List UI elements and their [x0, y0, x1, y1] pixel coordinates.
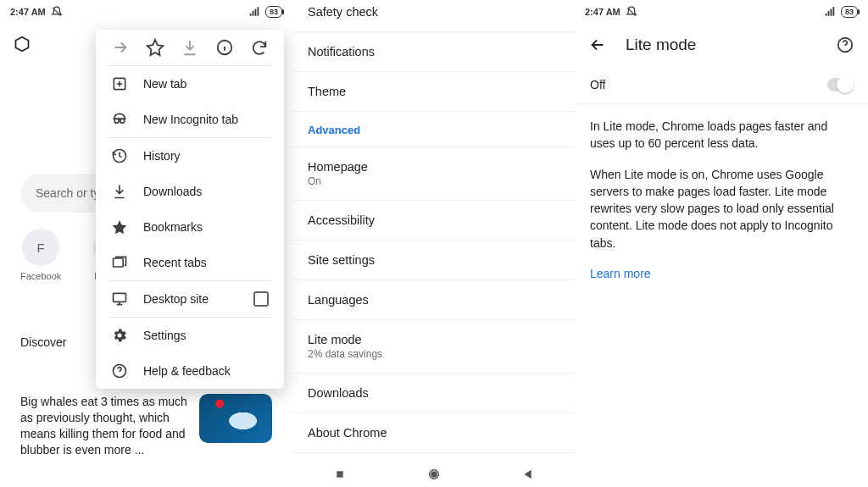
signal-icon	[824, 6, 836, 18]
learn-more-link[interactable]: Learn more	[590, 267, 651, 280]
battery-icon: 83	[265, 6, 282, 18]
history-icon	[111, 147, 128, 164]
article-thumbnail	[199, 394, 272, 443]
nav-recent-icon[interactable]	[332, 467, 348, 482]
lite-mode-header: Lite mode	[575, 24, 868, 66]
lite-mode-description: In Lite mode, Chrome loads pages faster …	[575, 104, 868, 296]
lite-mode-toggle-row[interactable]: Off	[575, 66, 868, 104]
forward-icon	[111, 38, 130, 57]
incognito-icon	[111, 111, 128, 128]
lite-mode-pane: 2:47 AM 83 Lite mode Off In Lite mode, C…	[575, 0, 868, 487]
menu-label: Desktop site	[143, 292, 238, 306]
shortcut-facebook[interactable]: F Facebook	[20, 229, 61, 281]
dnd-icon	[51, 6, 63, 18]
desktop-site-checkbox[interactable]	[253, 291, 269, 307]
menu-downloads[interactable]: Downloads	[96, 174, 284, 209]
download-underline-icon	[111, 183, 128, 200]
menu-label: Settings	[143, 329, 186, 342]
menu-label: Recent tabs	[143, 256, 207, 269]
plus-square-icon	[111, 75, 128, 92]
desktop-icon	[111, 291, 128, 307]
svg-point-7	[431, 472, 437, 477]
status-bar: 2:47 AM 83	[575, 0, 868, 24]
article-text: Big whales eat 3 times as much as previo…	[20, 394, 187, 458]
settings-site-settings[interactable]: Site settings	[292, 241, 575, 280]
menu-desktop-site[interactable]: Desktop site	[96, 281, 284, 317]
battery-icon: 83	[841, 6, 858, 18]
help-icon	[111, 362, 128, 379]
settings-section-advanced: Advanced	[292, 112, 575, 147]
star-icon[interactable]	[146, 38, 164, 57]
discover-article[interactable]: Big whales eat 3 times as much as previo…	[20, 394, 272, 458]
discover-heading: Discover	[20, 335, 66, 349]
star-fill-icon	[111, 219, 128, 235]
menu-label: New Incognito tab	[143, 113, 238, 126]
lite-mode-p2: When Lite mode is on, Chrome uses Google…	[590, 166, 853, 252]
status-time: 2:47 AM	[585, 7, 620, 17]
back-arrow-icon[interactable]	[588, 36, 607, 54]
chrome-new-tab-pane: 2:47 AM 83 Search or type F Facebook L L…	[0, 0, 292, 487]
settings-lite-mode[interactable]: Lite mode 2% data savings	[292, 320, 575, 374]
settings-accessibility[interactable]: Accessibility	[292, 201, 575, 241]
settings-about[interactable]: About Chrome	[292, 413, 575, 453]
menu-label: History	[143, 149, 181, 163]
status-time: 2:47 AM	[10, 7, 46, 17]
refresh-icon[interactable]	[250, 38, 269, 57]
menu-help[interactable]: Help & feedback	[96, 353, 284, 389]
lite-mode-switch[interactable]	[827, 78, 853, 91]
chrome-settings-pane: Safety check Notifications Theme Advance…	[292, 0, 575, 487]
help-icon[interactable]	[836, 36, 854, 54]
settings-languages[interactable]: Languages	[292, 280, 575, 320]
download-icon	[181, 38, 199, 57]
menu-label: Help & feedback	[143, 364, 231, 378]
menu-label: New tab	[143, 77, 186, 91]
settings-homepage[interactable]: Homepage On	[292, 147, 575, 201]
shortcut-label: Facebook	[20, 271, 61, 281]
status-bar: 2:47 AM 83	[0, 0, 292, 24]
svg-rect-3	[114, 293, 126, 302]
shortcut-chip: F	[22, 229, 59, 266]
menu-icon-row	[96, 30, 284, 65]
lite-mode-p1: In Lite mode, Chrome loads pages faster …	[590, 118, 853, 152]
settings-safety-check[interactable]: Safety check	[292, 0, 575, 32]
menu-label: Downloads	[143, 185, 202, 198]
menu-settings[interactable]: Settings	[96, 318, 284, 353]
settings-notifications[interactable]: Notifications	[292, 32, 575, 72]
svg-rect-2	[114, 258, 124, 267]
menu-incognito[interactable]: New Incognito tab	[96, 102, 284, 137]
info-icon[interactable]	[215, 38, 234, 57]
signal-icon	[248, 6, 260, 18]
nav-home-icon[interactable]	[426, 467, 442, 482]
chrome-overflow-menu: New tab New Incognito tab History Downlo…	[96, 30, 284, 389]
dnd-icon	[626, 6, 637, 18]
home-icon[interactable]	[14, 36, 31, 53]
menu-history[interactable]: History	[96, 138, 284, 174]
gear-icon	[111, 327, 128, 344]
settings-theme[interactable]: Theme	[292, 72, 575, 112]
menu-new-tab[interactable]: New tab	[96, 66, 284, 102]
svg-rect-5	[337, 471, 343, 478]
page-title: Lite mode	[626, 36, 817, 54]
settings-list: Safety check Notifications Theme Advance…	[292, 0, 575, 453]
menu-recent-tabs[interactable]: Recent tabs	[96, 245, 284, 280]
lite-mode-state: Off	[590, 78, 605, 91]
menu-label: Bookmarks	[143, 220, 203, 234]
menu-bookmarks[interactable]: Bookmarks	[96, 209, 284, 245]
android-nav-bar	[292, 467, 575, 482]
recent-tabs-icon	[111, 254, 128, 271]
settings-downloads[interactable]: Downloads	[292, 374, 575, 413]
nav-back-icon[interactable]	[520, 467, 536, 482]
